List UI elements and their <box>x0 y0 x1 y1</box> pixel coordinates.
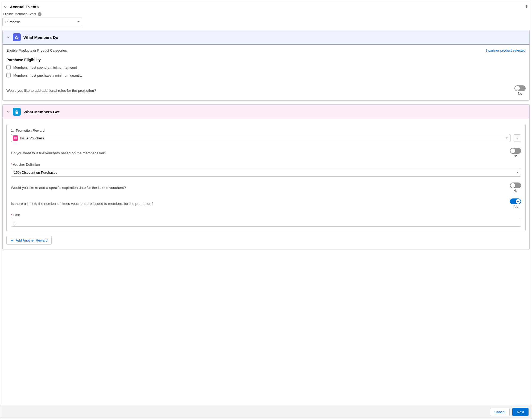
expiration-toggle[interactable] <box>510 182 521 188</box>
purchase-eligibility-heading: Purchase Eligibility <box>6 58 526 62</box>
cancel-button[interactable]: Cancel <box>490 408 510 416</box>
min-amount-checkbox[interactable] <box>6 65 11 69</box>
next-button[interactable]: Next <box>512 408 529 416</box>
footer-bar: Cancel Next <box>0 405 532 419</box>
tier-toggle[interactable] <box>510 148 521 154</box>
what-members-get-header: What Members Get <box>3 105 529 119</box>
additional-rules-toggle-label: No <box>518 92 522 96</box>
min-quantity-checkbox-row: Members must purchase a minimum quantity <box>6 73 526 77</box>
min-quantity-checkbox[interactable] <box>6 73 11 77</box>
what-members-do-panel: What Members Do Eligible Products or Pro… <box>2 30 530 101</box>
eligible-member-event-label: Eligible Member Event i <box>2 12 530 18</box>
tier-question: Do you want to issue vouchers based on t… <box>11 151 106 155</box>
chevron-down-icon[interactable] <box>6 35 10 39</box>
expiration-question: Would you like to add a specific expirat… <box>11 186 126 190</box>
selected-products-link[interactable]: 1 partner product selected <box>485 48 526 52</box>
people-icon <box>13 33 21 41</box>
add-another-reward-button[interactable]: Add Another Reward <box>6 236 52 245</box>
caret-down-icon <box>516 171 519 174</box>
section-title: Accrual Events <box>10 5 39 9</box>
limit-toggle-label: Yes <box>513 205 518 209</box>
additional-rules-toggle[interactable] <box>514 85 526 91</box>
additional-rules-question: Would you like to add additional rules f… <box>6 89 96 93</box>
gift-icon <box>13 108 21 116</box>
chevron-down-icon[interactable] <box>6 110 10 114</box>
tier-toggle-label: No <box>513 154 517 158</box>
voucher-icon <box>13 135 18 141</box>
promotion-reward-label: 1. Promotion Reward <box>11 128 521 132</box>
voucher-definition-select[interactable]: 15% Discount on Purchases <box>11 168 521 177</box>
limit-field-label: *Limit <box>11 213 521 217</box>
expiration-toggle-label: No <box>513 189 517 193</box>
delete-section-button[interactable] <box>525 5 529 9</box>
info-icon[interactable]: i <box>38 12 42 16</box>
what-members-do-header: What Members Do <box>3 30 529 45</box>
limit-input[interactable] <box>11 219 521 227</box>
chevron-down-icon[interactable] <box>3 5 7 9</box>
promotion-reward-select[interactable]: Issue Vouchers <box>11 134 510 142</box>
reward-card: 1. Promotion Reward Issue Vouchers <box>6 124 526 231</box>
limit-question: Is there a limit to the number of times … <box>11 202 153 206</box>
voucher-definition-label: *Voucher Definition <box>11 163 521 167</box>
caret-down-icon <box>505 137 508 139</box>
accrual-events-header: Accrual Events <box>2 2 530 12</box>
caret-down-icon <box>77 20 80 23</box>
panel-title: What Members Do <box>23 35 58 40</box>
what-members-get-panel: What Members Get 1. Promotion Reward Iss… <box>2 104 530 250</box>
delete-reward-button[interactable] <box>514 134 521 142</box>
limit-toggle[interactable] <box>510 198 521 204</box>
panel-title: What Members Get <box>23 110 60 114</box>
eligible-member-event-select[interactable]: Purchase <box>2 18 82 26</box>
eligible-products-label: Eligible Products or Product Categories <box>6 48 67 52</box>
min-amount-checkbox-row: Members must spend a minimum amount <box>6 65 526 69</box>
